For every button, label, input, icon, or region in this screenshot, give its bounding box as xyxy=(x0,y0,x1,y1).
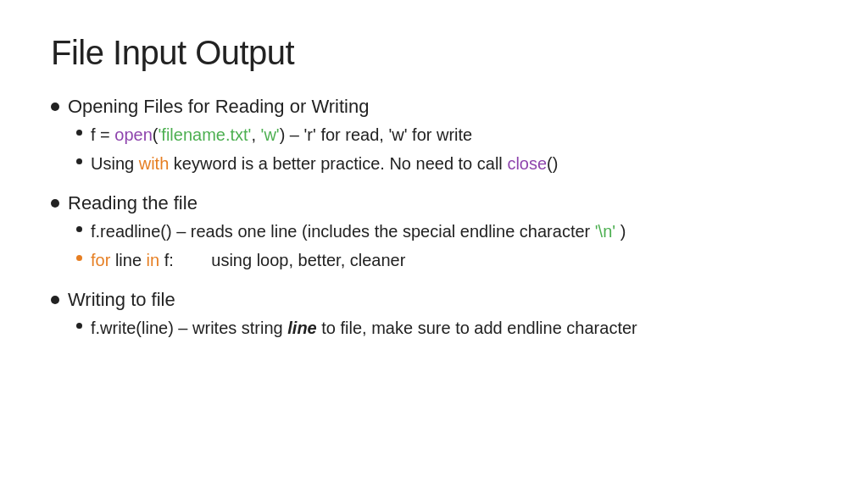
text-dash-r: ) – 'r' for read, 'w' for write xyxy=(280,125,473,144)
sub-bullet-dot-readline xyxy=(76,226,82,232)
main-content-list: Opening Files for Reading or Writing f =… xyxy=(51,96,817,345)
text-using: Using xyxy=(91,154,139,173)
sub-bullet-dot-fwrite xyxy=(76,323,82,329)
text-w-param: 'w' xyxy=(261,125,280,144)
text-filename: 'filename.txt' xyxy=(159,125,252,144)
fwrite-content: f.write(line) – writes string line to fi… xyxy=(91,316,817,340)
with-keyword-content: Using with keyword is a better practice.… xyxy=(91,152,817,175)
text-f-var: f: using loop, better, cleaner xyxy=(159,251,405,269)
list-item-writing-file: Writing to file f.write(line) – writes s… xyxy=(51,289,817,345)
sub-bullet-dot xyxy=(76,130,82,136)
section-label-writing: Writing to file xyxy=(68,289,175,310)
text-readline-desc: f.readline() – reads one line (includes … xyxy=(91,222,595,241)
text-close-paren-readline: ) xyxy=(615,222,626,241)
text-f-eq: f = xyxy=(91,125,114,144)
sub-bullet-dot-2 xyxy=(76,158,82,164)
sub-list-opening: f = open('filename.txt', 'w') – 'r' for … xyxy=(68,123,817,175)
text-line-bold: line xyxy=(287,319,316,337)
list-item-fwrite: f.write(line) – writes string line to fi… xyxy=(68,316,817,340)
section-label-opening: Opening Files for Reading or Writing xyxy=(68,96,369,117)
text-line-var: line xyxy=(110,251,146,269)
bullet-dot-writing xyxy=(51,296,59,304)
text-in-kw: in xyxy=(147,251,160,269)
list-item-with-keyword: Using with keyword is a better practice.… xyxy=(68,152,817,175)
text-newline-char: '\n' xyxy=(595,222,615,241)
text-for-kw: for xyxy=(91,251,110,269)
text-close-fn: close xyxy=(507,154,547,173)
text-fwrite-rest: to file, make sure to add endline charac… xyxy=(317,319,637,337)
readline-content: f.readline() – reads one line (includes … xyxy=(91,219,817,243)
sub-bullet-dot-for xyxy=(76,255,82,261)
list-item-readline: f.readline() – reads one line (includes … xyxy=(68,219,817,243)
bullet-dot-reading xyxy=(51,199,59,208)
list-item-open-call: f = open('filename.txt', 'w') – 'r' for … xyxy=(68,123,817,147)
slide-title: File Input Output xyxy=(51,34,817,72)
text-keyword-desc: keyword is a better practice. No need to… xyxy=(169,154,507,173)
bullet-dot xyxy=(51,103,59,111)
for-loop-content: for line in f: using loop, better, clean… xyxy=(91,248,817,272)
sub-list-writing: f.write(line) – writes string line to fi… xyxy=(68,316,817,340)
list-item-opening-files: Opening Files for Reading or Writing f =… xyxy=(51,96,817,180)
text-open-fn: open xyxy=(114,125,153,144)
sub-list-reading: f.readline() – reads one line (includes … xyxy=(68,219,817,272)
open-call-content: f = open('filename.txt', 'w') – 'r' for … xyxy=(91,123,817,147)
section-label-reading: Reading the file xyxy=(68,192,198,214)
list-item-for-loop: for line in f: using loop, better, clean… xyxy=(68,248,817,272)
text-paren-open: ( xyxy=(153,125,159,144)
text-comma: , xyxy=(251,125,260,144)
list-item-reading-file: Reading the file f.readline() – reads on… xyxy=(51,192,817,277)
text-with: with xyxy=(139,154,170,173)
text-fwrite-desc: f.write(line) – writes string xyxy=(91,319,287,337)
text-close-parens: () xyxy=(547,154,558,173)
slide: File Input Output Opening Files for Read… xyxy=(0,0,868,488)
